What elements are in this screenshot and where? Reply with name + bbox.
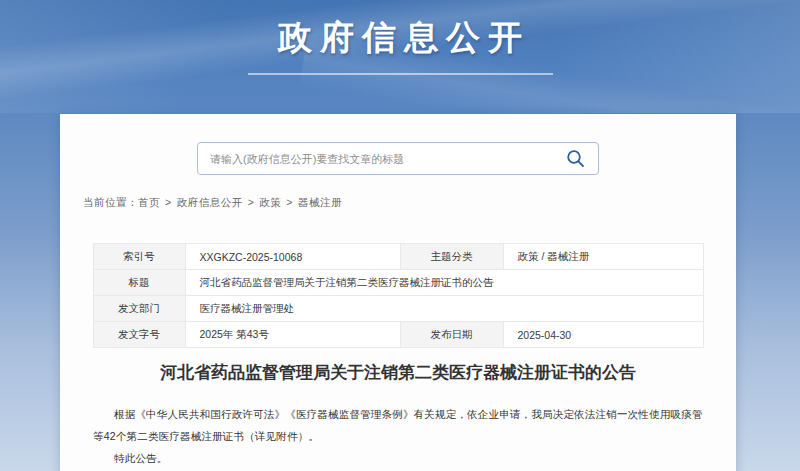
table-row: 发文字号 2025年 第43号 发布日期 2025-04-30 bbox=[93, 322, 703, 348]
search-area bbox=[60, 114, 736, 175]
meta-value-doc-number: 2025年 第43号 bbox=[185, 322, 400, 348]
page-background: 政府信息公开 当前位置：首页>政府信息公开>政策>器械注册 bbox=[0, 0, 800, 471]
meta-label-category: 主题分类 bbox=[400, 244, 503, 270]
article-body: 根据《中华人民共和国行政许可法》《医疗器械监督管理条例》有关规定，依企业申请，我… bbox=[93, 403, 705, 469]
meta-value-department: 医疗器械注册管理处 bbox=[185, 296, 703, 322]
breadcrumb-gov-info[interactable]: 政府信息公开 bbox=[177, 196, 243, 208]
breadcrumb-separator: > bbox=[165, 196, 172, 208]
content-card: 当前位置：首页>政府信息公开>政策>器械注册 索引号 XXGKZC-2025-1… bbox=[60, 114, 736, 471]
meta-label-doc-number: 发文字号 bbox=[93, 322, 185, 348]
breadcrumb-separator: > bbox=[286, 196, 293, 208]
table-row: 索引号 XXGKZC-2025-10068 主题分类 政策 / 器械注册 bbox=[93, 244, 703, 270]
breadcrumb-device-registration[interactable]: 器械注册 bbox=[298, 196, 342, 208]
meta-label-index: 索引号 bbox=[93, 244, 185, 270]
meta-value-publish-date: 2025-04-30 bbox=[503, 322, 703, 348]
search-box bbox=[197, 142, 599, 175]
meta-value-index: XXGKZC-2025-10068 bbox=[185, 244, 400, 270]
article-title: 河北省药品监督管理局关于注销第二类医疗器械注册证书的公告 bbox=[60, 361, 736, 385]
table-row: 标题 河北省药品监督管理局关于注销第二类医疗器械注册证书的公告 bbox=[93, 270, 703, 296]
meta-label-title: 标题 bbox=[93, 270, 185, 296]
meta-label-publish-date: 发布日期 bbox=[400, 322, 503, 348]
table-row: 发文部门 医疗器械注册管理处 bbox=[93, 296, 703, 322]
gov-info-banner: 政府信息公开 bbox=[0, 0, 800, 113]
breadcrumb-home[interactable]: 首页 bbox=[138, 196, 160, 208]
breadcrumb-policy[interactable]: 政策 bbox=[259, 196, 281, 208]
meta-label-department: 发文部门 bbox=[93, 296, 185, 322]
search-icon bbox=[566, 149, 585, 168]
meta-value-title: 河北省药品监督管理局关于注销第二类医疗器械注册证书的公告 bbox=[185, 270, 703, 296]
breadcrumb-prefix: 当前位置： bbox=[83, 196, 138, 208]
search-button[interactable] bbox=[564, 148, 586, 170]
meta-value-category: 政策 / 器械注册 bbox=[503, 244, 703, 270]
article-paragraph: 特此公告。 bbox=[93, 447, 705, 469]
article-paragraph: 根据《中华人民共和国行政许可法》《医疗器械监督管理条例》有关规定，依企业申请，我… bbox=[93, 403, 705, 447]
document-meta-table: 索引号 XXGKZC-2025-10068 主题分类 政策 / 器械注册 标题 … bbox=[93, 243, 704, 348]
title-underline bbox=[248, 73, 553, 75]
breadcrumb-separator: > bbox=[248, 196, 255, 208]
breadcrumb: 当前位置：首页>政府信息公开>政策>器械注册 bbox=[83, 196, 736, 210]
page-title: 政府信息公开 bbox=[0, 0, 800, 61]
search-input[interactable] bbox=[210, 153, 564, 165]
